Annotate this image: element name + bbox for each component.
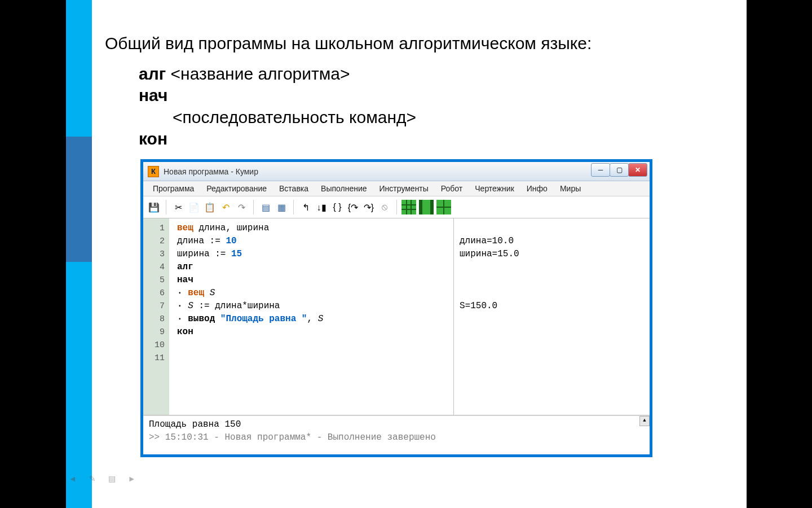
console-output: Площадь равна 150 >> 15:10:31 - Новая пр…	[143, 415, 650, 451]
menu-robot[interactable]: Робот	[435, 182, 469, 195]
menu-tools[interactable]: Инструменты	[373, 182, 435, 195]
alg-name-placeholder: <название алгоритма>	[166, 64, 350, 83]
menu-worlds[interactable]: Миры	[554, 182, 587, 195]
kumir-window: К Новая программа - Кумир ─ ▢ ✕ Программ…	[140, 159, 652, 457]
run-curly-icon[interactable]: { }	[330, 200, 345, 214]
prev-slide-icon[interactable]: ◄	[69, 474, 77, 483]
menu-program[interactable]: Программа	[147, 182, 200, 195]
grid-icon-3[interactable]	[436, 200, 451, 214]
presentation-nav: ◄ ✎ ▤ ►	[69, 474, 136, 483]
console-scrollbar[interactable]: ▲	[639, 416, 648, 451]
grid-icon-1[interactable]	[401, 200, 416, 214]
slide-accent-block	[66, 137, 92, 262]
menu-bar: Программа Редактирование Вставка Выполне…	[143, 181, 650, 196]
app-icon: К	[148, 166, 159, 177]
slides-nav-icon[interactable]: ▤	[108, 474, 116, 483]
menu-info[interactable]: Инфо	[520, 182, 554, 195]
kw-alg: алг	[139, 64, 166, 83]
slide-content: Общий вид программы на школьном алгоритм…	[105, 34, 736, 150]
console-line-1: Площадь равна 150	[149, 418, 644, 431]
undo-icon[interactable]: ↶	[218, 200, 233, 214]
variables-pane: длина=10.0ширина=15.0 S=150.0	[454, 218, 650, 415]
line-number-gutter: 1234567891011	[143, 218, 169, 415]
syntax-block: алг <название алгоритма> нач <последоват…	[139, 63, 736, 150]
window-titlebar[interactable]: К Новая программа - Кумир ─ ▢ ✕	[143, 162, 650, 181]
pen-nav-icon[interactable]: ✎	[89, 474, 96, 483]
commands-placeholder: <последовательность команд>	[173, 107, 416, 128]
step-over-icon[interactable]: {↷	[346, 200, 360, 214]
toolbar: 💾 ✂ 📄 📋 ↶ ↷ ▤ ▦ ↰ ↓▮ { } {↷ ↷} ⦸	[143, 196, 650, 218]
next-slide-icon[interactable]: ►	[128, 474, 136, 483]
scroll-up-icon[interactable]: ▲	[639, 416, 650, 426]
step-into-icon[interactable]: ↓▮	[314, 200, 329, 214]
kw-kon: кон	[139, 129, 167, 148]
step-back-icon[interactable]: ↰	[298, 200, 313, 214]
menu-insert[interactable]: Вставка	[273, 182, 315, 195]
redo-icon[interactable]: ↷	[234, 200, 249, 214]
menu-edit[interactable]: Редактирование	[200, 182, 273, 195]
slide-title: Общий вид программы на школьном алгоритм…	[105, 34, 736, 53]
stop-icon[interactable]: ⦸	[377, 200, 392, 214]
save-icon[interactable]: 💾	[147, 200, 161, 214]
menu-run[interactable]: Выполнение	[315, 182, 373, 195]
maximize-button[interactable]: ▢	[610, 163, 629, 177]
menu-drawer[interactable]: Чертежник	[469, 182, 520, 195]
step-out-icon[interactable]: ↷}	[361, 200, 376, 214]
kw-nach: нач	[139, 86, 167, 104]
cut-icon[interactable]: ✂	[171, 200, 186, 214]
list1-icon[interactable]: ▤	[258, 200, 273, 214]
minimize-button[interactable]: ─	[591, 163, 610, 177]
copy-icon[interactable]: 📄	[187, 200, 201, 214]
grid-icon-2[interactable]	[419, 200, 434, 214]
code-editor[interactable]: вещ длина, ширинадлина := 10ширина := 15…	[169, 218, 453, 415]
paste-icon[interactable]: 📋	[202, 200, 217, 214]
close-button[interactable]: ✕	[628, 163, 647, 177]
code-pane[interactable]: 1234567891011 вещ длина, ширинадлина := …	[143, 218, 454, 415]
list2-icon[interactable]: ▦	[274, 200, 289, 214]
console-line-2: >> 15:10:31 - Новая программа* - Выполне…	[149, 431, 644, 444]
window-title: Новая программа - Кумир	[164, 167, 258, 176]
editor-area: 1234567891011 вещ длина, ширинадлина := …	[143, 218, 650, 415]
